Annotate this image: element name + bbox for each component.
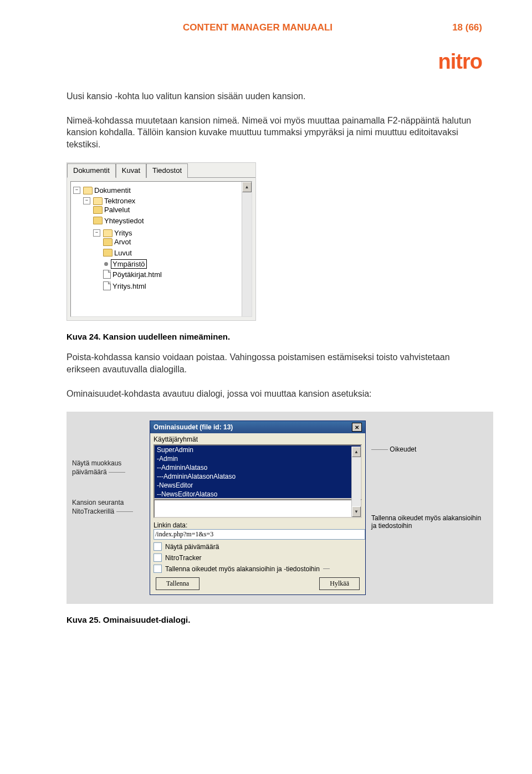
edit-dot-icon [104, 262, 108, 266]
document-icon [103, 281, 111, 290]
usergroups-listbox[interactable]: SuperAdmin -Admin --AdmininAlataso ---Ad… [154, 444, 362, 499]
checkbox-nitrotracker[interactable] [154, 553, 162, 562]
cancel-button[interactable]: Hylkää [319, 577, 360, 590]
paragraph: Ominaisuudet-kohdasta avautuu dialogi, j… [66, 388, 482, 400]
checkbox-label: Näytä päivämäärä [165, 543, 219, 551]
scrollbar[interactable]: ▲ [242, 182, 252, 316]
tab-kuvat[interactable]: Kuvat [116, 163, 146, 178]
folder-icon [103, 229, 112, 237]
brand-logo: nitro [66, 50, 482, 74]
document-icon [103, 270, 111, 279]
folder-tree: −Dokumentit −Tektronex Palvelut Yhteysti… [71, 184, 252, 294]
list-item[interactable]: SuperAdmin [155, 445, 361, 454]
scroll-up-icon[interactable]: ▲ [352, 447, 361, 457]
folder-icon [93, 217, 103, 224]
tree-item[interactable]: Luvut [103, 248, 252, 259]
checkbox-label: Tallenna oikeudet myös alakansioihin ja … [165, 565, 320, 573]
link-data-label: Linkin data: [154, 521, 362, 529]
scroll-up-icon[interactable]: ▲ [242, 182, 252, 192]
scroll-down-icon[interactable]: ▼ [352, 506, 361, 517]
list-item[interactable]: --AdmininAlataso [155, 463, 361, 472]
tree-item[interactable]: −Tektronex Palvelut Yhteystiedot −Yritys… [83, 194, 252, 294]
tab-dokumentit[interactable]: Dokumentit [67, 163, 116, 178]
tree-item[interactable]: Yritys.html [103, 281, 252, 293]
figure-caption: Kuva 24. Kansion uudelleen nimeäminen. [66, 332, 482, 341]
tree-item-editing[interactable]: Ympäristö [103, 259, 252, 269]
paragraph: Nimeä-kohdassa muutetaan kansion nimeä. … [66, 115, 482, 151]
tree-item[interactable]: Arvot [103, 237, 252, 248]
folder-icon [83, 187, 93, 194]
tree-item[interactable]: −Dokumentit −Tektronex Palvelut Yhteysti… [73, 184, 252, 294]
paragraph: Poista-kohdassa kansio voidaan poistaa. … [66, 351, 482, 375]
screenshot-properties-dialog: Näytä muokkaus päivämäärä Kansion seuran… [66, 412, 493, 604]
figure-caption: Kuva 25. Ominaisuudet-dialogi. [66, 615, 482, 624]
paragraph: Uusi kansio -kohta luo valitun kansion s… [66, 90, 482, 102]
tab-tiedostot[interactable]: Tiedostot [146, 163, 188, 178]
properties-dialog: Ominaisuudet (file id: 13) ✕ Käyttäjäryh… [150, 421, 366, 595]
screenshot-tree-panel: Dokumentit Kuvat Tiedostot −Dokumentit −… [66, 162, 256, 321]
annotation-label: Oikeudet [371, 445, 482, 453]
folder-icon [103, 238, 112, 246]
folder-icon [93, 197, 103, 205]
checkbox-label: NitroTracker [165, 554, 202, 562]
list-item[interactable]: ---AdmininAlatasonAlataso [155, 472, 361, 481]
link-data-input[interactable] [154, 529, 365, 540]
groups-label: Käyttäjäryhmät [154, 435, 362, 443]
folder-icon [103, 249, 112, 257]
save-button[interactable]: Tallenna [156, 577, 200, 590]
doc-header-title: CONTENT MANAGER MANUAALI [183, 22, 332, 33]
tree-item[interactable]: Yhteystiedot [93, 216, 252, 227]
folder-icon [93, 206, 103, 214]
annotation-label: Kansion seuranta NitoTrackerillä [72, 499, 150, 516]
checkbox-show-date[interactable] [154, 542, 162, 551]
tree-item[interactable]: Pöytäkirjat.html [103, 269, 252, 281]
annotation-label: Tallenna oikeudet myös alakansioihin ja … [371, 514, 482, 530]
tree-item[interactable]: Palvelut [93, 205, 252, 216]
checkbox-save-subfolders[interactable] [154, 565, 162, 573]
dialog-title: Ominaisuudet (file id: 13) [154, 423, 233, 431]
list-item[interactable]: -NewsEditor [155, 481, 361, 490]
annotation-label: Näytä muokkaus päivämäärä [72, 459, 150, 476]
listbox-empty-area: ▲ ▼ [154, 499, 362, 518]
list-item[interactable]: --NewsEditorAlataso [155, 490, 361, 499]
close-button[interactable]: ✕ [352, 423, 362, 432]
page-number: 18 (66) [452, 22, 482, 33]
tree-item[interactable]: −Yritys Arvot Luvut Ympäristö Pöytäkirja… [93, 227, 252, 293]
scrollbar[interactable]: ▲ ▼ [351, 447, 361, 517]
list-item[interactable]: -Admin [155, 454, 361, 463]
